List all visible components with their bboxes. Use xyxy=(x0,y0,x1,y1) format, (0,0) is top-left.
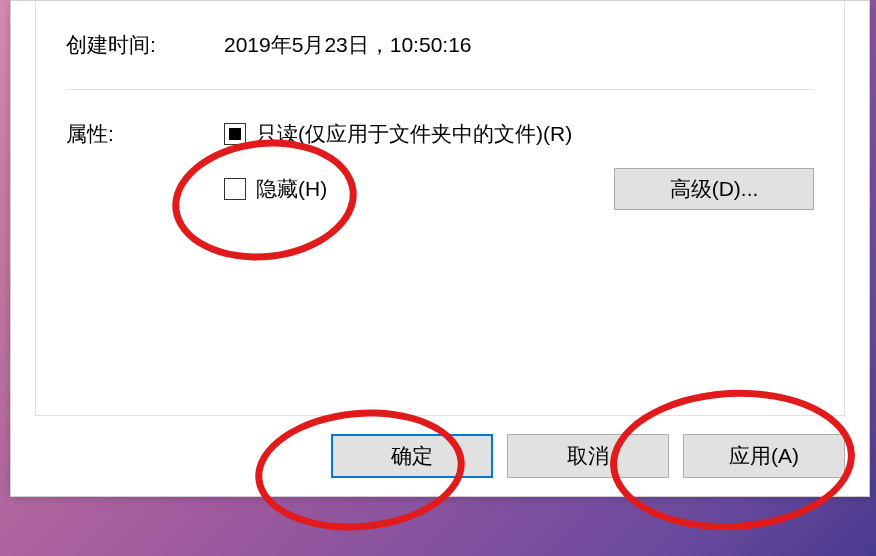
apply-button[interactable]: 应用(A) xyxy=(683,434,845,478)
created-time-value: 2019年5月23日，10:50:16 xyxy=(224,31,814,59)
separator xyxy=(66,89,814,90)
attributes-row: 属性: 只读(仅应用于文件夹中的文件)(R) 隐藏(H) 高级(D)... xyxy=(66,120,814,210)
created-time-row: 创建时间: 2019年5月23日，10:50:16 xyxy=(66,31,814,89)
dialog-button-row: 确定 取消 应用(A) xyxy=(331,434,845,478)
ok-button[interactable]: 确定 xyxy=(331,434,493,478)
cancel-button[interactable]: 取消 xyxy=(507,434,669,478)
readonly-checkbox[interactable] xyxy=(224,123,246,145)
hidden-and-advanced-row: 隐藏(H) 高级(D)... xyxy=(224,168,814,210)
hidden-checkbox[interactable] xyxy=(224,178,246,200)
readonly-checkbox-label[interactable]: 只读(仅应用于文件夹中的文件)(R) xyxy=(256,120,572,148)
hidden-checkbox-row: 隐藏(H) xyxy=(224,175,327,203)
attributes-label: 属性: xyxy=(66,120,224,148)
advanced-button[interactable]: 高级(D)... xyxy=(614,168,814,210)
readonly-checkbox-row: 只读(仅应用于文件夹中的文件)(R) xyxy=(224,120,814,148)
properties-dialog: 创建时间: 2019年5月23日，10:50:16 属性: 只读(仅应用于文件夹… xyxy=(10,0,870,497)
properties-content: 创建时间: 2019年5月23日，10:50:16 属性: 只读(仅应用于文件夹… xyxy=(35,1,845,416)
attributes-controls: 只读(仅应用于文件夹中的文件)(R) 隐藏(H) 高级(D)... xyxy=(224,120,814,210)
hidden-checkbox-label[interactable]: 隐藏(H) xyxy=(256,175,327,203)
created-time-label: 创建时间: xyxy=(66,31,224,59)
